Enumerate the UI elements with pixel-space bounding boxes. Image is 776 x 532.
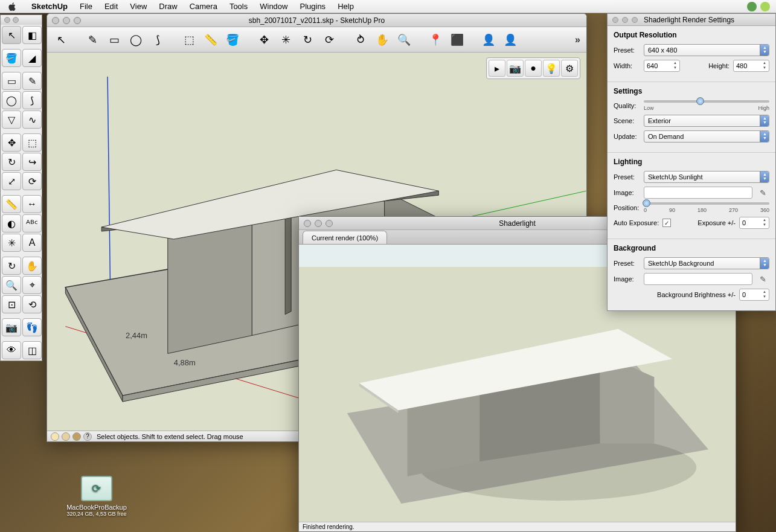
- width-input[interactable]: 640▲▼: [644, 60, 680, 72]
- window-titlebar[interactable]: sbh_20071017_v2011.skp - SketchUp Pro: [47, 14, 586, 27]
- section-plane-tool[interactable]: ◫: [22, 341, 42, 359]
- paint-icon[interactable]: 🪣: [225, 32, 240, 48]
- bg-image-input[interactable]: [644, 273, 752, 285]
- position-camera-tool[interactable]: 📷: [2, 318, 21, 336]
- bulb-icon[interactable]: 💡: [543, 60, 560, 77]
- make-component-tool[interactable]: ◧: [22, 26, 42, 44]
- auto-exposure-checkbox[interactable]: ✓: [662, 219, 671, 227]
- line-tool[interactable]: ✎: [22, 72, 42, 90]
- apple-logo-icon[interactable]: [8, 2, 17, 11]
- help-icon[interactable]: ?: [83, 432, 92, 441]
- orbit-tool[interactable]: ↻: [2, 257, 21, 275]
- offset-tool[interactable]: ⟳: [22, 172, 42, 190]
- desktop-drive-icon[interactable]: MacBookProBackup 320,24 GB, 4,53 GB free: [57, 476, 136, 517]
- browse-icon[interactable]: ✎: [756, 187, 769, 199]
- circle-tool[interactable]: ◯: [2, 91, 21, 109]
- ball-icon[interactable]: ●: [525, 60, 542, 77]
- zoomwindow-tool[interactable]: ⌖: [22, 276, 42, 294]
- offset-icon[interactable]: ⟳: [321, 32, 337, 48]
- dimension-tool[interactable]: ↔: [22, 195, 42, 213]
- height-input[interactable]: 480▲▼: [733, 60, 769, 72]
- zoom-tool[interactable]: 🔍: [2, 276, 21, 294]
- tape-icon[interactable]: 📏: [203, 32, 219, 48]
- bg-preset-select[interactable]: SketchUp Background▲▼: [644, 257, 769, 269]
- orbit-icon[interactable]: ⥁: [353, 32, 368, 48]
- bg-brightness-input[interactable]: 0▲▼: [739, 289, 769, 301]
- render-tab-current[interactable]: Current render (100%): [303, 231, 387, 244]
- select-tool[interactable]: ↖: [2, 26, 21, 44]
- status-icon[interactable]: [51, 432, 59, 441]
- resolution-preset-select[interactable]: 640 x 480▲▼: [644, 44, 769, 56]
- close-icon[interactable]: [612, 17, 618, 23]
- select-icon[interactable]: ↖: [53, 32, 69, 48]
- zoomextents-tool[interactable]: ⊡: [2, 295, 21, 313]
- circle-icon[interactable]: ◯: [128, 32, 144, 48]
- pushpull-tool[interactable]: ⬚: [22, 133, 42, 152]
- window-menu[interactable]: Window: [254, 2, 293, 11]
- file-menu[interactable]: File: [74, 2, 98, 11]
- tools-menu[interactable]: Tools: [223, 2, 254, 11]
- previous-tool[interactable]: ⟲: [22, 295, 42, 313]
- person-icon[interactable]: 👤: [481, 32, 496, 48]
- update-select[interactable]: On Demand▲▼: [644, 130, 769, 143]
- pushpull-icon[interactable]: ⬚: [181, 32, 197, 48]
- status-icon[interactable]: [72, 432, 81, 441]
- arc-tool[interactable]: ⟆: [22, 91, 42, 109]
- hide-icon[interactable]: ▸: [489, 60, 505, 77]
- rotate-tool[interactable]: ↻: [2, 153, 21, 171]
- text-tool[interactable]: ᴬᴮᶜ: [22, 214, 42, 232]
- rotate2-icon[interactable]: ↻: [300, 32, 315, 48]
- app-menu[interactable]: SketchUp: [25, 2, 74, 11]
- person2-icon[interactable]: 👤: [502, 32, 518, 48]
- gear-icon[interactable]: ⚙: [561, 60, 578, 77]
- rotate-icon[interactable]: ✳: [278, 32, 293, 48]
- overflow-icon[interactable]: »: [575, 34, 580, 45]
- scene-select[interactable]: Exterior▲▼: [644, 115, 769, 127]
- view-menu[interactable]: View: [124, 2, 153, 11]
- close-icon[interactable]: [52, 17, 59, 24]
- paint-bucket-tool[interactable]: 🪣: [2, 49, 21, 67]
- plugins-menu[interactable]: Plugins: [293, 2, 332, 11]
- browse-icon[interactable]: ✎: [756, 273, 769, 285]
- green-status-icon[interactable]: [747, 2, 757, 11]
- help-menu[interactable]: Help: [332, 2, 360, 11]
- close-icon[interactable]: [304, 220, 311, 227]
- rectangle-tool[interactable]: ▭: [2, 72, 21, 90]
- arc-icon[interactable]: ⟆: [150, 32, 165, 48]
- look-around-tool[interactable]: 👁: [2, 341, 21, 359]
- camera-menu[interactable]: Camera: [184, 2, 223, 11]
- 3dtext-tool[interactable]: A: [22, 234, 42, 252]
- zoom-icon[interactable]: [632, 17, 638, 23]
- minimize-icon[interactable]: [315, 220, 322, 227]
- followme-tool[interactable]: ↪: [22, 153, 42, 171]
- model-icon[interactable]: ⬛: [449, 32, 465, 48]
- zoom-icon[interactable]: [325, 220, 333, 227]
- walk-tool[interactable]: 👣: [22, 318, 42, 336]
- pencil-icon[interactable]: ✎: [85, 32, 100, 48]
- protractor-tool[interactable]: ◐: [2, 214, 21, 232]
- camera-icon[interactable]: 📷: [507, 60, 524, 77]
- quality-slider[interactable]: [644, 100, 769, 103]
- rectangle-icon[interactable]: ▭: [106, 32, 122, 48]
- axes-tool[interactable]: ✳: [2, 234, 21, 252]
- pan-tool[interactable]: ✋: [22, 257, 42, 275]
- scale-tool[interactable]: ⤢: [2, 172, 21, 190]
- position-slider[interactable]: [644, 202, 769, 205]
- draw-menu[interactable]: Draw: [153, 2, 183, 11]
- pan-icon[interactable]: ✋: [374, 32, 390, 48]
- lime-status-icon[interactable]: [760, 2, 770, 11]
- minimize-icon[interactable]: [63, 17, 70, 24]
- exposure-input[interactable]: 0▲▼: [739, 217, 769, 229]
- move-icon[interactable]: ✥: [256, 32, 272, 48]
- close-icon[interactable]: [4, 17, 10, 23]
- lighting-image-input[interactable]: [644, 187, 752, 199]
- minimize-icon[interactable]: [13, 17, 19, 23]
- move-tool[interactable]: ✥: [2, 133, 21, 152]
- edit-menu[interactable]: Edit: [98, 2, 124, 11]
- settings-titlebar[interactable]: Shaderlight Render Settings: [608, 14, 775, 26]
- zoom-icon[interactable]: 🔍: [396, 32, 412, 48]
- lighting-preset-select[interactable]: SketchUp Sunlight▲▼: [644, 171, 769, 183]
- freehand-tool[interactable]: ∿: [22, 111, 42, 129]
- polygon-tool[interactable]: ▽: [2, 111, 21, 129]
- tape-tool[interactable]: 📏: [2, 195, 21, 213]
